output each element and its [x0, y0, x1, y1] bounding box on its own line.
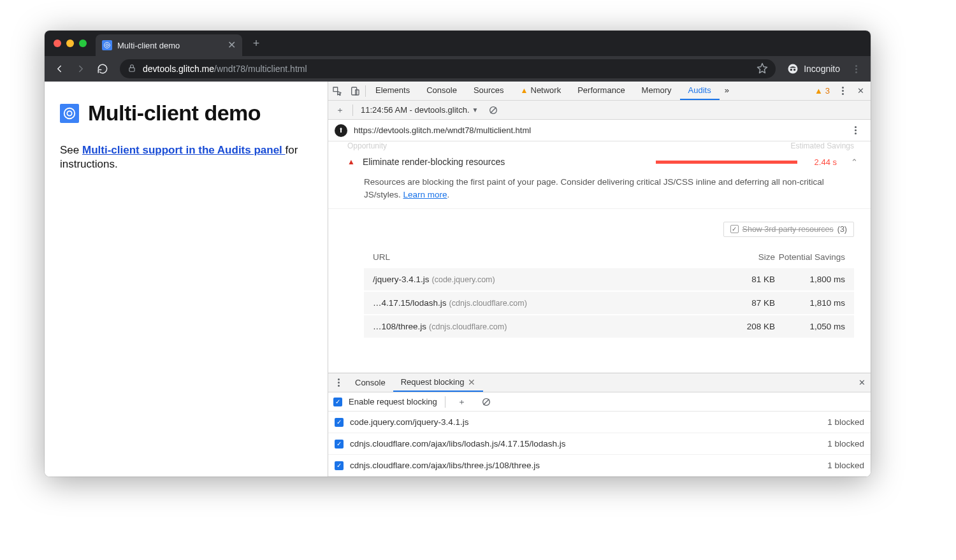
tab-console[interactable]: Console — [418, 82, 465, 100]
close-tab-button[interactable]: ✕ — [228, 40, 236, 50]
inspect-icon[interactable] — [328, 82, 346, 100]
device-toggle-icon[interactable] — [346, 82, 364, 100]
opportunity-description: Resources are blocking the first paint o… — [347, 167, 858, 202]
close-window-button[interactable] — [54, 39, 61, 47]
page-link[interactable]: Multi-client support in the Audits panel — [82, 144, 286, 156]
col-savings: Potential Savings — [775, 252, 845, 262]
clear-audit-button[interactable] — [484, 101, 502, 119]
blocked-count: 1 blocked — [827, 417, 864, 427]
add-pattern-button[interactable]: ＋ — [453, 393, 471, 411]
audit-url: https://devtools.glitch.me/wndt78/multic… — [354, 126, 531, 135]
audit-header: https://devtools.glitch.me/wndt78/multic… — [328, 120, 871, 141]
tab-memory[interactable]: Memory — [634, 82, 680, 100]
tab-audits[interactable]: Audits — [680, 82, 720, 100]
audit-menu-button[interactable] — [846, 122, 864, 140]
bookmark-icon[interactable] — [757, 62, 768, 76]
incognito-icon: Incognito — [783, 59, 844, 78]
blocked-pattern-row[interactable]: cdnjs.cloudflare.com/ajax/libs/lodash.js… — [328, 433, 871, 455]
warning-icon: ▲ — [815, 86, 823, 96]
lock-icon — [127, 64, 136, 75]
forward-button[interactable] — [71, 59, 91, 78]
url-text: devtools.glitch.me/wndt78/multiclient.ht… — [143, 64, 307, 74]
tab-performance[interactable]: Performance — [569, 82, 633, 100]
devtools-panel: Elements Console Sources ▲Network Perfor… — [328, 82, 871, 477]
table-row[interactable]: …4.17.15/lodash.js(cdnjs.cloudflare.com)… — [364, 292, 854, 314]
table-row[interactable]: …108/three.js(cdnjs.cloudflare.com) 208 … — [364, 315, 854, 338]
learn-more-link[interactable]: Learn more — [403, 190, 447, 199]
devtools-close-button[interactable]: ✕ — [851, 82, 869, 100]
audit-body: Opportunity Estimated Savings ▲ Eliminat… — [328, 141, 871, 373]
browser-tab[interactable]: Multi-client demo ✕ — [96, 34, 242, 56]
opportunity-time: 2.44 s — [805, 157, 837, 167]
svg-point-7 — [67, 111, 71, 115]
toolbar: devtools.glitch.me/wndt78/multiclient.ht… — [45, 56, 871, 82]
tabs-overflow-button[interactable]: » — [720, 82, 734, 100]
svg-line-15 — [484, 399, 489, 405]
table-row[interactable]: /jquery-3.4.1.js(code.jquery.com) 81 KB … — [364, 268, 854, 291]
enable-blocking-label: Enable request blocking — [349, 397, 437, 406]
svg-rect-9 — [352, 87, 357, 95]
blocked-pattern-row[interactable]: code.jquery.com/jquery-3.4.1.js 1 blocke… — [328, 412, 871, 433]
third-party-label: Show 3rd-party resources — [742, 225, 834, 234]
remove-all-button[interactable] — [477, 393, 495, 411]
resources-table: URL Size Potential Savings /jquery-3.4.1… — [364, 246, 854, 339]
page-text: See Multi-client support in the Audits p… — [60, 143, 312, 171]
maximize-window-button[interactable] — [79, 39, 87, 47]
col-url: URL — [373, 252, 718, 262]
devtools-settings-button[interactable] — [834, 82, 851, 100]
warning-badge[interactable]: ▲ 3 — [811, 86, 834, 96]
svg-rect-2 — [129, 68, 134, 71]
minimize-window-button[interactable] — [66, 39, 74, 47]
blocked-count: 1 blocked — [827, 461, 864, 470]
reload-button[interactable] — [93, 59, 112, 78]
warning-count: 3 — [825, 86, 830, 96]
svg-line-12 — [491, 108, 496, 113]
svg-point-3 — [788, 64, 798, 74]
request-blocking-toolbar: Enable request blocking ＋ — [328, 392, 871, 412]
pattern-text: cdnjs.cloudflare.com/ajax/libs/three.js/… — [350, 461, 540, 470]
devtools-tabs: Elements Console Sources ▲Network Perfor… — [367, 82, 734, 100]
page-content: Multi-client demo See Multi-client suppo… — [45, 82, 328, 477]
col-size: Size — [718, 252, 775, 262]
drawer-tab-request-blocking[interactable]: Request blocking ✕ — [393, 373, 484, 392]
audit-run-dropdown[interactable]: 11:24:56 AM - devtools.glitch. ▼ — [357, 105, 482, 115]
chevron-down-icon: ▼ — [472, 106, 479, 113]
new-audit-button[interactable]: ＋ — [331, 101, 349, 119]
pattern-checkbox[interactable] — [335, 418, 344, 427]
opportunity-item[interactable]: ▲ Eliminate render-blocking resources 2.… — [328, 150, 871, 209]
new-tab-button[interactable]: + — [247, 34, 265, 52]
blocked-pattern-row[interactable]: cdnjs.cloudflare.com/ajax/libs/three.js/… — [328, 455, 871, 477]
tab-favicon — [102, 40, 112, 50]
tab-sources[interactable]: Sources — [465, 82, 512, 100]
tab-network[interactable]: ▲Network — [512, 82, 570, 100]
page-logo-icon — [60, 104, 79, 123]
checkbox-icon[interactable] — [730, 225, 739, 233]
savings-bar — [656, 161, 797, 164]
pattern-checkbox[interactable] — [335, 440, 344, 449]
address-bar[interactable]: devtools.glitch.me/wndt78/multiclient.ht… — [120, 59, 776, 78]
error-icon: ▲ — [347, 157, 355, 166]
pattern-checkbox[interactable] — [335, 461, 344, 470]
browser-menu-button[interactable] — [846, 59, 865, 78]
pattern-text: code.jquery.com/jquery-3.4.1.js — [350, 417, 469, 427]
enable-blocking-checkbox[interactable] — [333, 398, 342, 406]
drawer-tab-console[interactable]: Console — [347, 373, 393, 392]
incognito-label: Incognito — [804, 64, 840, 74]
close-icon[interactable]: ✕ — [468, 377, 475, 387]
svg-point-1 — [106, 44, 108, 47]
table-header: URL Size Potential Savings — [364, 246, 854, 268]
estimated-savings-label: Estimated Savings — [791, 141, 854, 150]
devtools-tabbar: Elements Console Sources ▲Network Perfor… — [328, 82, 871, 101]
pattern-text: cdnjs.cloudflare.com/ajax/libs/lodash.js… — [350, 439, 565, 449]
tab-elements[interactable]: Elements — [367, 82, 418, 100]
svg-point-6 — [64, 108, 75, 118]
audits-toolbar: ＋ 11:24:56 AM - devtools.glitch. ▼ — [328, 101, 871, 120]
warning-icon: ▲ — [521, 86, 528, 95]
svg-rect-10 — [356, 90, 359, 95]
drawer-tabbar: Console Request blocking ✕ ✕ — [328, 373, 871, 392]
third-party-toggle[interactable]: Show 3rd-party resources (3) — [723, 222, 854, 237]
back-button[interactable] — [50, 59, 69, 78]
drawer-close-button[interactable]: ✕ — [853, 374, 871, 392]
page-title: Multi-client demo — [88, 101, 261, 126]
drawer-menu-button[interactable] — [330, 374, 347, 392]
